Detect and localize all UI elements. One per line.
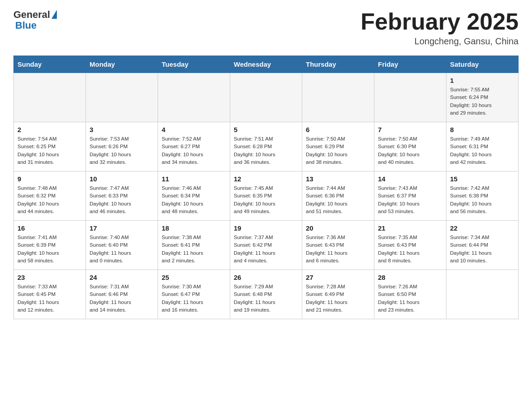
calendar-cell: 17Sunrise: 7:40 AMSunset: 6:40 PMDayligh… bbox=[86, 221, 158, 270]
calendar-cell: 28Sunrise: 7:26 AMSunset: 6:50 PMDayligh… bbox=[374, 270, 446, 319]
day-number: 5 bbox=[234, 126, 298, 133]
day-number: 6 bbox=[306, 126, 370, 133]
weekday-header-thursday: Thursday bbox=[302, 56, 374, 73]
day-info: Sunrise: 7:37 AMSunset: 6:42 PMDaylight:… bbox=[234, 234, 298, 265]
day-number: 18 bbox=[162, 224, 226, 232]
day-info: Sunrise: 7:35 AMSunset: 6:43 PMDaylight:… bbox=[378, 234, 442, 265]
calendar-cell: 20Sunrise: 7:36 AMSunset: 6:43 PMDayligh… bbox=[302, 221, 374, 270]
logo-general-text: General bbox=[13, 9, 50, 21]
calendar-table: SundayMondayTuesdayWednesdayThursdayFrid… bbox=[13, 56, 519, 319]
day-number: 21 bbox=[378, 224, 442, 232]
day-info: Sunrise: 7:49 AMSunset: 6:31 PMDaylight:… bbox=[450, 135, 515, 166]
calendar-cell: 25Sunrise: 7:30 AMSunset: 6:47 PMDayligh… bbox=[158, 270, 230, 319]
day-number: 20 bbox=[306, 224, 370, 232]
day-info: Sunrise: 7:41 AMSunset: 6:39 PMDaylight:… bbox=[17, 234, 82, 265]
calendar-cell: 26Sunrise: 7:29 AMSunset: 6:48 PMDayligh… bbox=[230, 270, 302, 319]
calendar-cell bbox=[230, 73, 302, 122]
calendar-cell: 16Sunrise: 7:41 AMSunset: 6:39 PMDayligh… bbox=[14, 221, 86, 270]
day-number: 27 bbox=[306, 274, 370, 281]
calendar-week-row: 2Sunrise: 7:54 AMSunset: 6:25 PMDaylight… bbox=[14, 122, 519, 171]
calendar-cell: 24Sunrise: 7:31 AMSunset: 6:46 PMDayligh… bbox=[86, 270, 158, 319]
day-info: Sunrise: 7:40 AMSunset: 6:40 PMDaylight:… bbox=[90, 234, 154, 265]
day-info: Sunrise: 7:45 AMSunset: 6:35 PMDaylight:… bbox=[234, 184, 298, 215]
day-info: Sunrise: 7:46 AMSunset: 6:34 PMDaylight:… bbox=[162, 184, 226, 215]
calendar-header-row: SundayMondayTuesdayWednesdayThursdayFrid… bbox=[14, 56, 519, 73]
day-number: 3 bbox=[90, 126, 154, 133]
day-number: 2 bbox=[17, 126, 82, 133]
calendar-cell: 21Sunrise: 7:35 AMSunset: 6:43 PMDayligh… bbox=[374, 221, 446, 270]
calendar-week-row: 1Sunrise: 7:55 AMSunset: 6:24 PMDaylight… bbox=[14, 73, 519, 122]
weekday-header-friday: Friday bbox=[374, 56, 446, 73]
day-number: 14 bbox=[378, 175, 442, 183]
calendar-cell: 18Sunrise: 7:38 AMSunset: 6:41 PMDayligh… bbox=[158, 221, 230, 270]
calendar-cell: 19Sunrise: 7:37 AMSunset: 6:42 PMDayligh… bbox=[230, 221, 302, 270]
calendar-cell: 15Sunrise: 7:42 AMSunset: 6:38 PMDayligh… bbox=[446, 171, 519, 221]
day-number: 12 bbox=[234, 175, 298, 183]
month-title: February 2025 bbox=[360, 9, 519, 34]
day-number: 22 bbox=[450, 224, 515, 232]
logo-triangle-icon bbox=[51, 10, 57, 19]
day-number: 1 bbox=[450, 77, 515, 84]
weekday-header-wednesday: Wednesday bbox=[230, 56, 302, 73]
calendar-cell: 3Sunrise: 7:53 AMSunset: 6:26 PMDaylight… bbox=[86, 122, 158, 171]
day-info: Sunrise: 7:50 AMSunset: 6:30 PMDaylight:… bbox=[378, 135, 442, 166]
calendar-cell bbox=[14, 73, 86, 122]
calendar-week-row: 9Sunrise: 7:48 AMSunset: 6:32 PMDaylight… bbox=[14, 171, 519, 221]
day-info: Sunrise: 7:53 AMSunset: 6:26 PMDaylight:… bbox=[90, 135, 154, 166]
day-info: Sunrise: 7:30 AMSunset: 6:47 PMDaylight:… bbox=[162, 283, 226, 314]
calendar-cell: 4Sunrise: 7:52 AMSunset: 6:27 PMDaylight… bbox=[158, 122, 230, 171]
calendar-cell: 8Sunrise: 7:49 AMSunset: 6:31 PMDaylight… bbox=[446, 122, 519, 171]
calendar-week-row: 23Sunrise: 7:33 AMSunset: 6:45 PMDayligh… bbox=[14, 270, 519, 319]
day-number: 8 bbox=[450, 126, 515, 133]
day-number: 16 bbox=[17, 224, 82, 232]
calendar-cell: 23Sunrise: 7:33 AMSunset: 6:45 PMDayligh… bbox=[14, 270, 86, 319]
day-number: 17 bbox=[90, 224, 154, 232]
calendar-cell bbox=[446, 270, 519, 319]
weekday-header-saturday: Saturday bbox=[446, 56, 519, 73]
day-number: 4 bbox=[162, 126, 226, 133]
day-info: Sunrise: 7:38 AMSunset: 6:41 PMDaylight:… bbox=[162, 234, 226, 265]
day-number: 19 bbox=[234, 224, 298, 232]
calendar-cell bbox=[374, 73, 446, 122]
calendar-cell: 7Sunrise: 7:50 AMSunset: 6:30 PMDaylight… bbox=[374, 122, 446, 171]
calendar-week-row: 16Sunrise: 7:41 AMSunset: 6:39 PMDayligh… bbox=[14, 221, 519, 270]
day-info: Sunrise: 7:55 AMSunset: 6:24 PMDaylight:… bbox=[450, 86, 515, 117]
day-number: 11 bbox=[162, 175, 226, 183]
day-info: Sunrise: 7:29 AMSunset: 6:48 PMDaylight:… bbox=[234, 283, 298, 314]
title-section: February 2025 Longcheng, Gansu, China bbox=[360, 9, 519, 47]
calendar-cell: 9Sunrise: 7:48 AMSunset: 6:32 PMDaylight… bbox=[14, 171, 86, 221]
day-info: Sunrise: 7:31 AMSunset: 6:46 PMDaylight:… bbox=[90, 283, 154, 314]
day-info: Sunrise: 7:48 AMSunset: 6:32 PMDaylight:… bbox=[17, 184, 82, 215]
day-info: Sunrise: 7:47 AMSunset: 6:33 PMDaylight:… bbox=[90, 184, 154, 215]
day-info: Sunrise: 7:33 AMSunset: 6:45 PMDaylight:… bbox=[17, 283, 82, 314]
day-info: Sunrise: 7:50 AMSunset: 6:29 PMDaylight:… bbox=[306, 135, 370, 166]
location-title: Longcheng, Gansu, China bbox=[360, 36, 519, 47]
calendar-cell bbox=[86, 73, 158, 122]
calendar-cell bbox=[158, 73, 230, 122]
day-info: Sunrise: 7:26 AMSunset: 6:50 PMDaylight:… bbox=[378, 283, 442, 314]
calendar-cell: 6Sunrise: 7:50 AMSunset: 6:29 PMDaylight… bbox=[302, 122, 374, 171]
day-info: Sunrise: 7:51 AMSunset: 6:28 PMDaylight:… bbox=[234, 135, 298, 166]
page-header: General Blue February 2025 Longcheng, Ga… bbox=[13, 9, 519, 47]
day-number: 10 bbox=[90, 175, 154, 183]
day-info: Sunrise: 7:43 AMSunset: 6:37 PMDaylight:… bbox=[378, 184, 442, 215]
day-number: 23 bbox=[17, 274, 82, 281]
calendar-cell: 12Sunrise: 7:45 AMSunset: 6:35 PMDayligh… bbox=[230, 171, 302, 221]
calendar-cell: 10Sunrise: 7:47 AMSunset: 6:33 PMDayligh… bbox=[86, 171, 158, 221]
day-number: 24 bbox=[90, 274, 154, 281]
calendar-cell: 5Sunrise: 7:51 AMSunset: 6:28 PMDaylight… bbox=[230, 122, 302, 171]
weekday-header-tuesday: Tuesday bbox=[158, 56, 230, 73]
day-info: Sunrise: 7:44 AMSunset: 6:36 PMDaylight:… bbox=[306, 184, 370, 215]
calendar-cell: 1Sunrise: 7:55 AMSunset: 6:24 PMDaylight… bbox=[446, 73, 519, 122]
day-info: Sunrise: 7:54 AMSunset: 6:25 PMDaylight:… bbox=[17, 135, 82, 166]
calendar-cell: 11Sunrise: 7:46 AMSunset: 6:34 PMDayligh… bbox=[158, 171, 230, 221]
calendar-cell: 14Sunrise: 7:43 AMSunset: 6:37 PMDayligh… bbox=[374, 171, 446, 221]
day-number: 28 bbox=[378, 274, 442, 281]
day-info: Sunrise: 7:36 AMSunset: 6:43 PMDaylight:… bbox=[306, 234, 370, 265]
calendar-cell: 27Sunrise: 7:28 AMSunset: 6:49 PMDayligh… bbox=[302, 270, 374, 319]
calendar-cell: 2Sunrise: 7:54 AMSunset: 6:25 PMDaylight… bbox=[14, 122, 86, 171]
day-info: Sunrise: 7:52 AMSunset: 6:27 PMDaylight:… bbox=[162, 135, 226, 166]
day-number: 26 bbox=[234, 274, 298, 281]
weekday-header-sunday: Sunday bbox=[14, 56, 86, 73]
calendar-cell: 13Sunrise: 7:44 AMSunset: 6:36 PMDayligh… bbox=[302, 171, 374, 221]
